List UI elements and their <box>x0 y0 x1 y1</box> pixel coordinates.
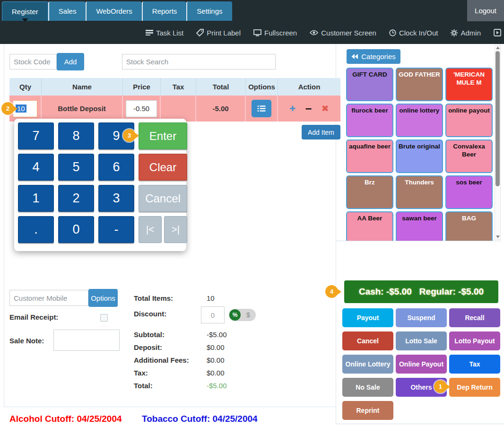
cart-row-bottle-deposit: 10 Bottle Deposit -5.00 + − ✖ <box>9 96 340 122</box>
category-tiles: GIFT CARD GOD FATHER 'MERICAN MULE M flu… <box>346 68 495 241</box>
tab-register[interactable]: Register <box>2 1 48 21</box>
email-receipt-checkbox[interactable] <box>100 314 108 322</box>
cancel-button[interactable]: Cancel <box>342 331 393 350</box>
recall-button[interactable]: Recall <box>449 308 500 327</box>
tender-summary-bar[interactable]: Cash: -$5.00 Regular: -$5.00 <box>344 280 498 303</box>
online-lottery-button[interactable]: Online Lottery <box>342 355 393 374</box>
price-input[interactable] <box>126 100 157 117</box>
admin-button[interactable]: Admin <box>451 29 481 37</box>
remove-item-icon[interactable]: ✖ <box>322 103 329 114</box>
tobacco-cutoff-text: Tobacco Cutoff: 04/25/2004 <box>142 414 258 424</box>
payout-button[interactable]: Payout <box>342 308 393 327</box>
numpad-8[interactable]: 8 <box>58 122 94 149</box>
numpad-clear-button[interactable]: Clear <box>139 154 187 181</box>
numpad-end-button[interactable]: >| <box>164 216 187 243</box>
lotto-sale-button[interactable]: Lotto Sale <box>396 331 447 350</box>
category-tile[interactable]: Brute original <box>396 139 443 173</box>
admin-label: Admin <box>461 29 481 37</box>
category-tile[interactable]: Convalexa Beer <box>445 139 493 173</box>
scroll-down-icon[interactable] <box>496 235 500 238</box>
tab-settings[interactable]: Settings <box>186 1 232 21</box>
numpad-6[interactable]: 6 <box>98 154 134 181</box>
tab-reports[interactable]: Reports <box>142 1 187 21</box>
numpad-cancel-button[interactable]: Cancel <box>139 185 187 212</box>
category-tile[interactable]: sos beer <box>445 175 493 209</box>
sale-note-input[interactable] <box>53 330 120 351</box>
numpad-4[interactable]: 4 <box>18 154 54 181</box>
subtotal-value: -$5.00 <box>207 331 227 339</box>
discount-type-toggle[interactable]: % $ <box>229 309 256 321</box>
tab-weborders[interactable]: WebOrders <box>86 1 141 21</box>
task-list-button[interactable]: Task List <box>146 29 183 37</box>
stock-code-input[interactable] <box>9 54 57 70</box>
category-tile[interactable]: online lottery <box>396 104 443 137</box>
add-item-button[interactable]: Add Item <box>302 125 340 139</box>
quick-toolbar: Task List Print Label Fullscreen Custome… <box>146 23 501 43</box>
category-tile[interactable]: 'MERICAN MULE M <box>445 68 493 101</box>
panel-toggle-button[interactable] <box>494 29 501 36</box>
category-tile[interactable]: GOD FATHER <box>396 68 443 101</box>
fullscreen-button[interactable]: Fullscreen <box>253 29 297 37</box>
category-tile[interactable]: GIFT CARD <box>346 68 393 101</box>
category-tile[interactable]: flurock beer <box>346 104 393 137</box>
tax-value: $0.00 <box>207 369 225 377</box>
discount-percent-option[interactable]: % <box>229 309 241 321</box>
numpad-enter-button[interactable]: Enter <box>139 122 187 149</box>
numpad-home-button[interactable]: |< <box>139 216 162 243</box>
add-stock-button[interactable]: Add <box>57 53 84 70</box>
print-label-button[interactable]: Print Label <box>196 29 241 37</box>
suspend-button[interactable]: Suspend <box>396 308 447 327</box>
tax-button[interactable]: Tax <box>449 355 500 374</box>
scroll-up-icon[interactable] <box>496 46 500 49</box>
numpad-0[interactable]: 0 <box>58 216 94 243</box>
category-tile[interactable]: AA Beer <box>346 211 393 241</box>
category-tile[interactable]: Brz <box>346 175 393 209</box>
customer-options-button[interactable]: Options <box>88 289 118 307</box>
tab-sales[interactable]: Sales <box>48 1 86 21</box>
numpad-dot[interactable]: . <box>18 216 54 243</box>
categories-label: Categories <box>361 52 396 61</box>
reprint-button[interactable]: Reprint <box>342 401 393 420</box>
decrease-qty-icon[interactable]: − <box>305 102 312 115</box>
item-name: Bottle Deposit <box>58 105 106 113</box>
alcohol-cutoff-text: Alcohol Cutoff: 04/25/2004 <box>9 414 122 424</box>
left-edge-divider <box>4 44 4 407</box>
dep-return-button[interactable]: Dep Return <box>449 378 500 397</box>
online-payout-button[interactable]: Online Payout <box>396 355 447 374</box>
header-name: Name <box>42 78 123 96</box>
numpad-minus[interactable]: - <box>98 216 134 243</box>
item-options-button[interactable] <box>252 100 271 117</box>
numpad-3[interactable]: 3 <box>98 185 134 212</box>
categories-scrollbar[interactable] <box>495 45 501 240</box>
total-items-value: 10 <box>207 294 215 302</box>
scrollbar-thumb[interactable] <box>495 51 500 186</box>
gear-icon <box>451 29 458 36</box>
list-options-icon <box>257 105 266 112</box>
stock-search-input[interactable] <box>122 54 276 70</box>
lotto-payout-button[interactable]: Lotto Payout <box>449 331 500 350</box>
clock-in-out-button[interactable]: Clock In/Out <box>389 29 438 37</box>
step-badge-2: 2 <box>1 102 14 115</box>
discount-input[interactable] <box>201 306 225 323</box>
discount-dollar-option[interactable]: $ <box>241 311 256 319</box>
category-tile[interactable]: online payout <box>445 104 493 137</box>
numpad-2[interactable]: 2 <box>58 185 94 212</box>
logout-button[interactable]: Logout <box>467 0 504 21</box>
no-sale-button[interactable]: No Sale <box>342 378 393 397</box>
fullscreen-label: Fullscreen <box>264 29 297 37</box>
category-tile[interactable]: BAG <box>445 211 493 241</box>
category-tile[interactable]: sawan beer <box>396 211 443 241</box>
categories-button[interactable]: Categories <box>347 49 400 64</box>
play-panel-icon <box>494 29 501 36</box>
customer-screen-button[interactable]: Customer Screen <box>310 29 376 37</box>
item-total: -5.00 <box>212 105 228 113</box>
category-tile[interactable]: aquafine beer <box>346 139 393 173</box>
numpad-5[interactable]: 5 <box>58 154 94 181</box>
category-tile[interactable]: Thunders <box>396 175 443 209</box>
numpad-7[interactable]: 7 <box>18 122 54 149</box>
increase-qty-icon[interactable]: + <box>289 103 295 115</box>
customer-mobile-input[interactable] <box>9 290 88 306</box>
cart-table-header: Qty Name Price Tax Total Options Action <box>9 78 340 96</box>
main-tabs: Register Sales WebOrders Reports Setting… <box>2 1 232 21</box>
numpad-1[interactable]: 1 <box>18 185 54 212</box>
